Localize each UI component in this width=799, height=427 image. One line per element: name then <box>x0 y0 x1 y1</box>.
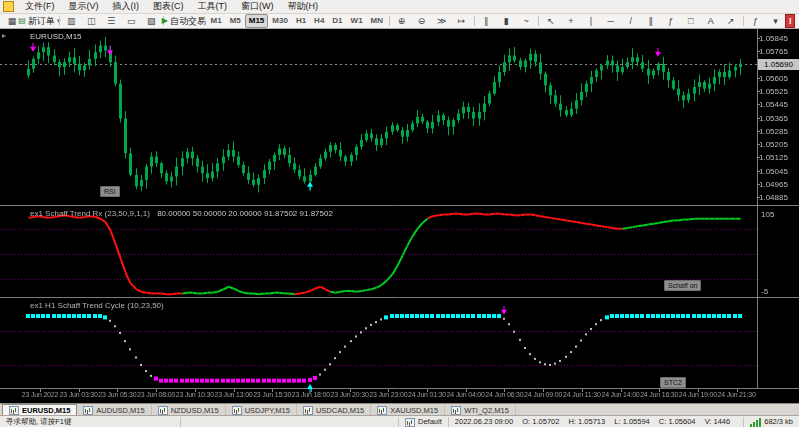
price-axis-label: 1.05525 <box>759 87 799 96</box>
equidistant-channel-icon[interactable]: ∥ <box>642 14 660 28</box>
app-icon <box>3 1 14 12</box>
time-axis-label: 24 Jun 11:30 <box>563 391 601 398</box>
alerts-icon[interactable]: ! <box>785 14 795 28</box>
time-axis-label: 23 Jun 23:00 <box>369 391 407 398</box>
shapes-icon[interactable]: □ <box>682 14 700 28</box>
data-window-icon[interactable]: ◫ <box>82 14 100 28</box>
time-axis-label: 24 Jun 09:00 <box>524 391 562 398</box>
connection-bars-icon <box>750 418 761 427</box>
horizontal-line-icon[interactable]: ─ <box>602 14 620 28</box>
auto-trading-button[interactable]: ▶自动交易 <box>167 14 201 28</box>
time-axis-label: 23 Jun 10:30 <box>176 391 214 398</box>
terminal-icon[interactable]: ▭ <box>122 14 140 28</box>
status-spacer <box>181 417 399 427</box>
timeframe-m1-button[interactable]: M1 <box>207 14 226 28</box>
cursor-icon[interactable]: ↖ <box>542 14 560 28</box>
zoom-out-icon[interactable]: ⊖ <box>413 14 431 28</box>
text-label-icon[interactable]: A <box>702 14 720 28</box>
quote-time: 2022.06.23 09:00 <box>455 417 513 426</box>
time-axis-label: 23 Jun 18:00 <box>292 391 330 398</box>
auto-scroll-icon[interactable]: ≫ <box>433 14 451 28</box>
status-profile[interactable]: Default <box>399 417 449 427</box>
indicator1-title: ex1 Schaff Trend Rx (23,50,9,1,1) <box>30 209 150 218</box>
period-dropdown-icon[interactable]: ▾ <box>766 14 784 28</box>
indicator1-axis-bottom: -5 <box>761 287 768 296</box>
navigator-icon[interactable]: ☰ <box>102 14 120 28</box>
toolbar-separator <box>743 16 744 26</box>
timeframe-d1-button[interactable]: D1 <box>328 14 346 28</box>
arrow-tool-icon[interactable]: ↗ <box>722 14 740 28</box>
stc-toggle-button[interactable]: STC2 <box>660 377 686 388</box>
menu-items: 文件(F)显示(V)插入(I)图表(C)工具(T)窗口(W)帮助(H) <box>18 0 325 13</box>
menu-item-6[interactable]: 帮助(H) <box>281 0 326 13</box>
timeframe-h4-button[interactable]: H4 <box>310 14 328 28</box>
time-axis-label: 23 Jun 20:30 <box>331 391 369 398</box>
toolbar-separator <box>389 16 390 26</box>
toolbar-separator <box>538 16 539 26</box>
price-axis-label: 1.05045 <box>759 167 799 176</box>
time-axis-label: 24 Jun 06:30 <box>485 391 523 398</box>
menu-item-0[interactable]: 文件(F) <box>18 0 62 13</box>
trendline-icon[interactable]: / <box>622 14 640 28</box>
menu-item-4[interactable]: 工具(T) <box>191 0 235 13</box>
menu-item-5[interactable]: 窗口(W) <box>234 0 281 13</box>
chart-tab-icon <box>83 406 93 415</box>
time-axis-label: 23 Jun 2022 <box>22 391 58 398</box>
play-icon: ▶ <box>162 15 168 27</box>
timeframe-m15-button[interactable]: M15 <box>245 14 269 28</box>
chart-symbol-label: EURUSD,M15 <box>30 32 82 41</box>
menu-item-2[interactable]: 插入(I) <box>106 0 147 13</box>
schaff-toggle-button[interactable]: Schaff on <box>664 280 701 291</box>
bid-price-box: 1.05690 <box>758 59 799 70</box>
quote-high: H: 1.05713 <box>569 417 606 426</box>
timeframe-h1-button[interactable]: H1 <box>292 14 310 28</box>
one-click-trading-toggle[interactable]: ▸ <box>2 31 6 40</box>
vertical-line-icon[interactable]: | <box>582 14 600 28</box>
chart-tab-icon <box>232 406 242 415</box>
crosshair-icon[interactable]: + <box>562 14 580 28</box>
mt4-terminal-window: 文件(F)显示(V)插入(I)图表(C)工具(T)窗口(W)帮助(H) ▦▤新订… <box>0 0 799 427</box>
candlestick-chart-icon[interactable]: ▮ <box>497 14 515 28</box>
bar-chart-icon[interactable]: ∥ <box>477 14 495 28</box>
chart-tab-icon <box>377 406 387 415</box>
chart-tab-label: USDCAD,M15 <box>316 406 364 415</box>
indicators-list-icon[interactable]: ƒ <box>746 14 764 28</box>
chart-tab-label: EURUSD,M15 <box>22 406 70 415</box>
timeframe-m30-button[interactable]: M30 <box>268 14 292 28</box>
profile-icon <box>405 418 415 427</box>
chart-shift-icon[interactable]: ↦ <box>453 14 471 28</box>
fibonacci-icon[interactable]: ƒ <box>662 14 680 28</box>
menu-item-3[interactable]: 图表(C) <box>146 0 191 13</box>
traffic-label: 682/3 kb <box>764 417 793 427</box>
status-help-text: 寻求帮助, 请按F1键 <box>0 417 181 427</box>
timeframe-mn-button[interactable]: MN <box>367 14 387 28</box>
chart-tab-icon <box>9 406 19 415</box>
indicator2-title: ex1 H1 Schaff Trend Cycle (10,23,50) <box>30 301 164 310</box>
quote-volume: V: 1446 <box>705 417 731 426</box>
timeframe-w1-button[interactable]: W1 <box>347 14 367 28</box>
toolbar-separator <box>59 16 60 26</box>
indicator1-values: 80.00000 50.00000 20.00000 91.87502 91.8… <box>157 209 333 218</box>
line-chart-icon[interactable]: ~ <box>517 14 535 28</box>
price-axis-label: 1.05445 <box>759 100 799 109</box>
rsi-button[interactable]: RSI <box>100 186 120 197</box>
price-axis-label: 1.05845 <box>759 34 799 43</box>
time-axis-label: 24 Jun 04:00 <box>447 391 485 398</box>
new-order-button-label: 新订单 <box>28 15 55 27</box>
price-axis-label: 1.04965 <box>759 180 799 189</box>
strategy-tester-icon[interactable]: ▧ <box>142 14 160 28</box>
time-axis-label: 24 Jun 16:30 <box>640 391 678 398</box>
market-watch-icon[interactable]: ▥ <box>62 14 80 28</box>
quote-open: O: 1.05702 <box>522 417 559 426</box>
timeframe-m5-button[interactable]: M5 <box>226 14 245 28</box>
chart-tab-label: AUDUSD,M15 <box>96 406 144 415</box>
menu-item-1[interactable]: 显示(V) <box>62 0 106 13</box>
indicator1-axis-top: 105 <box>761 210 774 219</box>
auto-trading-button-label: 自动交易 <box>170 15 206 27</box>
toolbar: ▦▤新订单▾▥◫☰▭▧▶自动交易M1M5M15M30H1H4D1W1MN⊕⊖≫↦… <box>0 14 799 29</box>
zoom-in-icon[interactable]: ⊕ <box>393 14 411 28</box>
price-axis-label: 1.04885 <box>759 193 799 202</box>
new-order-button[interactable]: ▤新订单▾ <box>23 14 56 28</box>
chart-tab-icon <box>303 406 313 415</box>
chart-tab-icon <box>451 406 461 415</box>
